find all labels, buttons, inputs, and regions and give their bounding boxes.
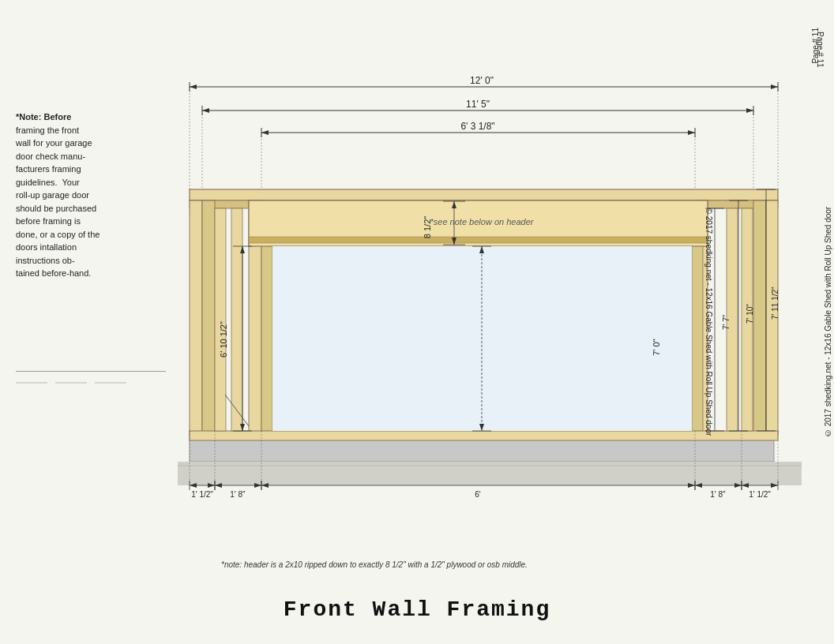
- svg-rect-8: [190, 200, 202, 434]
- note-title: *Note: Before: [16, 112, 71, 122]
- svg-text:*see note below on header: *see note below on header: [430, 217, 535, 227]
- svg-rect-19: [215, 208, 226, 431]
- svg-text:1' 1/2": 1' 1/2": [749, 490, 771, 499]
- svg-rect-17: [249, 237, 708, 243]
- footer-note: *note: header is a 2x10 ripped down to e…: [221, 560, 528, 569]
- svg-marker-34: [746, 108, 753, 113]
- svg-marker-39: [261, 130, 269, 135]
- svg-marker-33: [202, 108, 209, 113]
- svg-text:1' 1/2": 1' 1/2": [191, 490, 213, 499]
- svg-rect-18: [190, 431, 778, 440]
- copyright-label: © 2017 shedking.net - 12x16 Gable Shed w…: [704, 208, 713, 436]
- notes-panel: *Note: Before framing the front wall for…: [16, 110, 166, 280]
- svg-text:7' 7": 7' 7": [722, 314, 731, 330]
- svg-rect-15: [692, 245, 703, 434]
- svg-text:7' 11 1/2": 7' 11 1/2": [771, 286, 780, 320]
- svg-text:1' 8": 1' 8": [230, 490, 246, 499]
- svg-marker-27: [190, 84, 197, 89]
- notes-divider: [16, 371, 166, 372]
- svg-rect-9: [202, 200, 215, 434]
- page-container: © 2017 shedking.net - 12x16 Gable Shed w…: [0, 0, 834, 644]
- svg-marker-40: [688, 130, 695, 135]
- svg-text:6': 6': [475, 490, 481, 499]
- page-title: Front Wall Framing: [284, 597, 550, 622]
- svg-text:6' 10 1/2": 6' 10 1/2": [219, 321, 228, 358]
- svg-rect-13: [261, 245, 272, 434]
- svg-text:7' 0": 7' 0": [652, 339, 661, 355]
- svg-rect-4: [178, 462, 802, 485]
- hatch-area: [16, 375, 166, 391]
- svg-marker-28: [771, 84, 778, 89]
- svg-text:1' 8": 1' 8": [710, 490, 726, 499]
- page-number-label: Page # 11: [811, 28, 820, 64]
- svg-text:11' 5": 11' 5": [466, 99, 490, 110]
- svg-rect-20: [231, 208, 242, 431]
- svg-rect-6: [190, 189, 778, 200]
- svg-rect-10: [753, 200, 766, 434]
- svg-text:7' 10": 7' 10": [746, 304, 754, 324]
- svg-text:12' 0": 12' 0": [470, 75, 494, 86]
- svg-text:6' 3 1/8": 6' 3 1/8": [460, 121, 494, 132]
- svg-rect-23: [272, 246, 692, 431]
- side-label: © 2017 shedking.net - 12x16 Gable Shed w…: [824, 207, 832, 437]
- notes-text: *Note: Before framing the front wall for…: [16, 110, 166, 280]
